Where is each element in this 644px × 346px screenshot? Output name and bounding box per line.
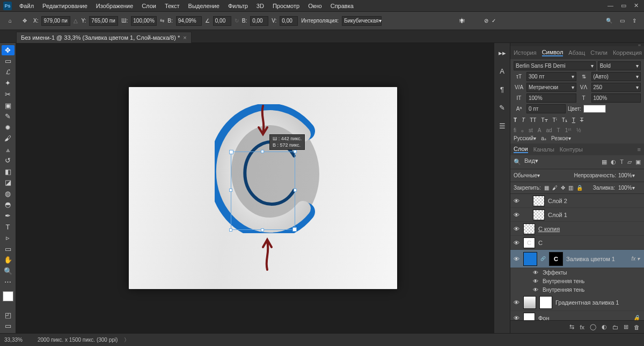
text-color-swatch[interactable] [583, 105, 606, 113]
visibility-icon[interactable]: 👁 [513, 198, 520, 204]
visibility-icon[interactable]: 👁 [513, 256, 520, 262]
vscale[interactable]: 100% [526, 93, 576, 103]
opacity[interactable]: 100%▾ [618, 172, 641, 178]
visibility-icon[interactable]: 👁 [513, 315, 520, 321]
color-swatch[interactable] [3, 291, 13, 301]
font-family[interactable]: Berlin Sans FB Demi▾ [514, 61, 596, 70]
menu-text[interactable]: Текст [160, 2, 184, 10]
status-arrow-icon[interactable]: 〉 [124, 336, 129, 344]
tool-move[interactable]: ✥ [2, 45, 14, 55]
super-icon[interactable]: Tⁱ [553, 117, 557, 123]
lock-art-icon[interactable]: ▥ [568, 185, 573, 191]
close-tab-icon[interactable]: × [183, 34, 186, 41]
tool-brush[interactable]: 🖌 [2, 133, 14, 143]
allcaps-icon[interactable]: TT [530, 117, 536, 123]
lock-trans-icon[interactable]: ▦ [544, 185, 549, 191]
opt-hb[interactable]: 0,00 [250, 16, 268, 26]
canvas[interactable]: Ш : 442 пикс. В : 572 пикс. [16, 43, 510, 333]
delete-icon[interactable]: 🗑 [634, 324, 640, 330]
layer-row[interactable]: 👁CС [510, 236, 644, 250]
document-tab[interactable]: Без имени-1 @ 33,3% (Заливка цветом 1, С… [16, 32, 192, 44]
blend-mode[interactable]: Обычные▾ [514, 172, 572, 178]
opt-angle[interactable]: 0,00 [213, 16, 231, 26]
font-weight[interactable]: Bold▾ [598, 61, 641, 70]
workspace-icon[interactable]: ▭ [620, 18, 625, 24]
fill[interactable]: 100%▾ [618, 185, 641, 191]
font-size[interactable]: 300 пт▾ [526, 72, 576, 81]
opt-y[interactable]: 765,00 пи [89, 16, 118, 26]
style-icon[interactable]: ☰ [497, 120, 508, 131]
visibility-icon[interactable]: 👁 [513, 212, 520, 218]
tab-character[interactable]: Символ [542, 49, 564, 56]
lock-paint-icon[interactable]: 🖌 [552, 185, 558, 191]
tool-gradient[interactable]: ◪ [2, 178, 14, 188]
menu-file[interactable]: Файл [15, 2, 38, 10]
tool-frame[interactable]: ▣ [2, 100, 14, 111]
group-icon[interactable]: 🗀 [612, 324, 618, 330]
fx-icon[interactable]: fx [580, 324, 584, 330]
opt-x[interactable]: 979,00 пи [41, 16, 70, 26]
tool-heal[interactable]: ✹ [2, 122, 14, 133]
transform-bounds[interactable] [231, 152, 295, 230]
new-layer-icon[interactable]: ⊞ [624, 323, 628, 330]
glyph-icon[interactable]: ✎ [497, 102, 508, 113]
layer-row[interactable]: 👁Градиентная заливка 1 [510, 294, 644, 311]
filter-smart-icon[interactable]: ▣ [635, 158, 641, 165]
lock-all-icon[interactable]: 🔒 [576, 185, 583, 191]
layer-row[interactable]: 👁Фон🔒 [510, 311, 644, 320]
sub-icon[interactable]: T₁ [562, 117, 567, 123]
link-icon[interactable]: ⇆ [160, 18, 164, 24]
filter-pixel-icon[interactable]: ▦ [602, 158, 607, 165]
share-icon[interactable]: ⇪ [632, 18, 636, 24]
puppet-icon[interactable]: 🕷 [459, 18, 465, 24]
tab-layers[interactable]: Слои [514, 146, 528, 153]
tool-eraser[interactable]: ◧ [2, 167, 14, 177]
tool-lasso[interactable]: 𝓛 [2, 67, 14, 77]
underline-icon[interactable]: T [572, 117, 575, 123]
tracking[interactable]: Метрически▾ [526, 83, 576, 92]
layer-row[interactable]: 👁С копия [510, 222, 644, 236]
fx-badge[interactable]: fx ▾ [631, 256, 642, 262]
leading[interactable]: (Авто)▾ [591, 72, 641, 81]
para-icon[interactable]: ¶ [497, 84, 508, 95]
opt-vb[interactable]: 0,00 [280, 16, 298, 26]
tab-styles[interactable]: Стили [590, 49, 608, 56]
kerning[interactable]: 250▾ [591, 83, 641, 92]
filter-type-icon[interactable]: T [620, 158, 624, 165]
layer-row[interactable]: 👁Слой 1 [510, 208, 644, 222]
panel-menu-icon[interactable]: ≡ [638, 146, 641, 153]
tool-marquee[interactable]: ▭ [2, 56, 14, 67]
menu-window[interactable]: Окно [304, 2, 326, 10]
tool-wand[interactable]: ✦ [2, 78, 14, 89]
layer-filter[interactable]: Вид▾ [524, 157, 569, 167]
language[interactable]: Русский▾ [514, 135, 536, 141]
tool-stamp[interactable]: ⟁ [2, 145, 14, 155]
tool-dodge[interactable]: ◓ [2, 200, 14, 210]
tool-history[interactable]: ↺ [2, 155, 14, 165]
zoom-level[interactable]: 33,33% [4, 337, 31, 343]
menu-select[interactable]: Выделение [184, 2, 224, 10]
menu-view[interactable]: Просмотр [268, 2, 304, 10]
tab-paragraph[interactable]: Абзац [568, 49, 585, 56]
lock-move-icon[interactable]: ✥ [561, 185, 565, 191]
tool-more[interactable]: ⋯ [2, 277, 14, 287]
visibility-icon[interactable]: 👁 [513, 240, 520, 246]
tool-eyedrop[interactable]: ✎ [2, 111, 14, 121]
menu-filter[interactable]: Фильтр [224, 2, 252, 10]
search-icon[interactable]: 🔍 [606, 18, 612, 24]
menu-3d[interactable]: 3D [252, 2, 268, 10]
smallcaps-icon[interactable]: Tᴛ [541, 117, 547, 123]
filter-shape-icon[interactable]: ▱ [627, 158, 632, 165]
cancel-icon[interactable]: ⊘ [484, 18, 488, 24]
tool-pen[interactable]: ✒ [2, 211, 14, 221]
menu-help[interactable]: Справка [326, 2, 358, 10]
visibility-icon[interactable]: 👁 [513, 226, 520, 232]
filter-adj-icon[interactable]: ◐ [611, 158, 616, 165]
tool-crop[interactable]: ✂ [2, 89, 14, 99]
window-minimize-icon[interactable]: — [608, 2, 613, 9]
mask-icon[interactable]: ◯ [590, 323, 596, 330]
layer-row[interactable]: 👁Слой 2 [510, 194, 644, 208]
tab-channels[interactable]: Каналы [533, 146, 554, 153]
tool-shape[interactable]: ▭ [2, 244, 14, 254]
tool-type[interactable]: T [2, 222, 14, 232]
